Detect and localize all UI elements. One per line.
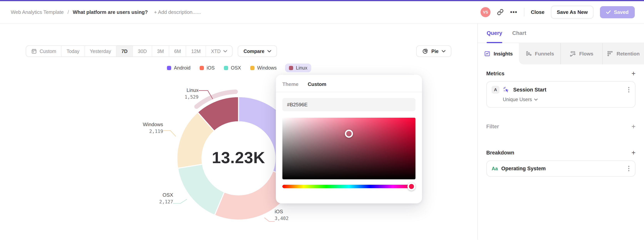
- donut-slice-osx[interactable]: [178, 164, 224, 215]
- range-yesterday[interactable]: Yesterday: [84, 46, 116, 57]
- view-tab-label: Funnels: [535, 51, 554, 57]
- sidebar-tabs: Query Chart: [478, 24, 644, 43]
- main-panel: Custom Today Yesterday 7D 30D 3M 6M 12M …: [0, 24, 478, 239]
- hue-slider-handle[interactable]: [408, 182, 416, 190]
- legend-swatch: [250, 66, 254, 70]
- pie-chart-icon: [422, 48, 428, 54]
- color-picker-tabs: Theme Custom: [276, 75, 422, 92]
- saved-button[interactable]: Saved: [600, 6, 635, 18]
- callout-line-ios: [264, 218, 275, 221]
- header-divider: [524, 8, 524, 16]
- breadcrumb: Web Analytics Template / What platform a…: [11, 9, 201, 15]
- range-6m[interactable]: 6M: [169, 46, 186, 57]
- query-sidebar: Query Chart Insights Funnels Flows: [478, 24, 644, 239]
- header: Web Analytics Template / What platform a…: [0, 1, 644, 24]
- breakdown-kebab-menu[interactable]: [628, 165, 630, 172]
- view-tab-insights[interactable]: Insights: [478, 43, 519, 64]
- breadcrumb-separator: /: [68, 9, 69, 15]
- picker-tab-theme[interactable]: Theme: [282, 81, 298, 87]
- view-tab-label: Flows: [579, 51, 594, 57]
- metric-kebab-menu[interactable]: [628, 86, 630, 93]
- add-description[interactable]: + Add description......: [154, 9, 201, 15]
- range-7d[interactable]: 7D: [116, 46, 132, 57]
- range-30d[interactable]: 30D: [132, 46, 152, 57]
- range-label: 7D: [122, 49, 128, 54]
- avatar[interactable]: VS: [480, 7, 490, 17]
- view-tab-funnels[interactable]: Funnels: [519, 43, 560, 64]
- view-tab-label: Insights: [494, 51, 513, 57]
- range-label: Custom: [40, 49, 56, 54]
- breakdown-card[interactable]: Aa Operating System: [486, 160, 636, 177]
- metric-aggregation-dropdown[interactable]: Unique Users: [503, 97, 630, 102]
- saved-label: Saved: [614, 9, 628, 15]
- sidebar-content: Metrics + A Session Start: [478, 70, 644, 177]
- color-picker-popup: Theme Custom #B2596E: [276, 75, 422, 203]
- date-range-group: Custom Today Yesterday 7D 30D 3M 6M 12M …: [26, 46, 232, 57]
- chart-label-value: 2,119: [126, 128, 163, 135]
- color-cursor[interactable]: [345, 130, 353, 138]
- range-3m[interactable]: 3M: [152, 46, 169, 57]
- range-label: Today: [66, 49, 80, 54]
- hex-color-input[interactable]: #B2596E: [282, 98, 416, 111]
- legend-swatch: [167, 66, 171, 70]
- view-tabs: Insights Funnels Flows Retention: [478, 43, 644, 64]
- flows-icon: [570, 51, 576, 57]
- chevron-down-icon: [442, 50, 446, 52]
- chart-label-name: Linux: [162, 87, 198, 94]
- chart-center-total: 13.23K: [200, 148, 277, 167]
- chevron-down-icon: [267, 50, 271, 52]
- chevron-down-icon: [223, 50, 227, 52]
- compare-label: Compare: [244, 49, 264, 54]
- range-today[interactable]: Today: [61, 46, 84, 57]
- saturation-value-area[interactable]: [282, 118, 416, 179]
- calendar-icon: [31, 48, 37, 54]
- save-as-new-button[interactable]: Save As New: [551, 6, 594, 19]
- breakdown-name: Operating System: [501, 166, 624, 172]
- close-button[interactable]: Close: [531, 9, 544, 15]
- range-label: 30D: [138, 49, 147, 54]
- insights-icon: [484, 51, 490, 57]
- share-link-button[interactable]: [497, 9, 504, 16]
- breakdown-heading: Breakdown: [486, 150, 514, 156]
- app-window: Web Analytics Template / What platform a…: [0, 0, 644, 240]
- chevron-down-icon: [534, 98, 538, 101]
- view-tab-label: Retention: [616, 51, 640, 57]
- range-label: XTD: [211, 49, 221, 54]
- view-tab-flows[interactable]: Flows: [560, 43, 602, 64]
- callout-line-windows: [163, 131, 176, 136]
- compare-button[interactable]: Compare: [238, 46, 277, 57]
- header-actions: VS ••• Close Save As New Saved: [480, 6, 635, 19]
- chart-label-ios: iOS 3,402: [275, 208, 312, 222]
- check-icon: [606, 10, 611, 14]
- metric-row: A Session Start: [492, 86, 630, 94]
- range-label: 3M: [157, 49, 164, 54]
- picker-tab-custom[interactable]: Custom: [308, 81, 326, 87]
- range-custom[interactable]: Custom: [26, 46, 61, 57]
- range-12m[interactable]: 12M: [186, 46, 206, 57]
- metric-aggregation-label: Unique Users: [503, 97, 532, 102]
- add-metric-button[interactable]: +: [632, 70, 636, 77]
- range-label: Yesterday: [90, 49, 111, 54]
- chart-label-value: 1,529: [162, 94, 198, 101]
- range-xtd[interactable]: XTD: [206, 46, 232, 57]
- metric-card[interactable]: A Session Start Unique Users: [486, 81, 636, 108]
- view-tab-retention[interactable]: Retention: [602, 43, 644, 64]
- chart-type-label: Pie: [431, 49, 438, 54]
- page-title[interactable]: What platform are users using?: [73, 9, 148, 15]
- metric-series-badge: A: [492, 86, 499, 94]
- view-tabs-inactive-group: Funnels Flows Retention: [519, 43, 644, 64]
- chart-label-osx: OSX 2,127: [136, 191, 173, 205]
- breakdown-row: Aa Operating System: [492, 165, 630, 172]
- hue-slider[interactable]: [282, 185, 416, 188]
- legend-swatch: [200, 66, 204, 70]
- retention-icon: [607, 51, 614, 57]
- tab-query[interactable]: Query: [487, 24, 502, 43]
- chart-type-button[interactable]: Pie: [416, 46, 451, 57]
- tab-chart[interactable]: Chart: [512, 24, 526, 43]
- add-filter-button[interactable]: +: [632, 123, 636, 130]
- filter-section-header: Filter +: [486, 123, 636, 130]
- more-options-button[interactable]: •••: [510, 9, 518, 16]
- breadcrumb-root[interactable]: Web Analytics Template: [11, 9, 64, 15]
- metrics-section-header: Metrics +: [486, 70, 636, 77]
- add-breakdown-button[interactable]: +: [632, 149, 636, 156]
